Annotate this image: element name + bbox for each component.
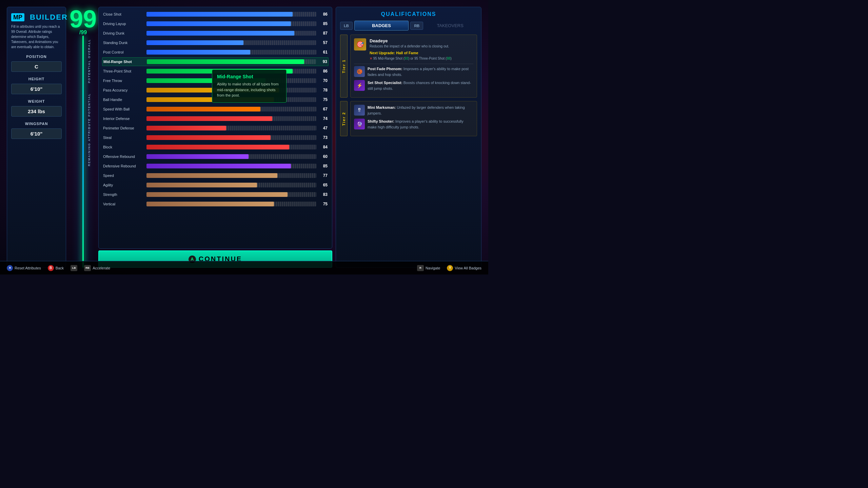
bar-fill-4 — [146, 50, 250, 55]
attribute-row-strength[interactable]: Strength 83 — [102, 190, 329, 199]
attr-bar-1 — [146, 21, 316, 26]
weight-value: 234 lbs — [11, 106, 62, 117]
tab-takeovers[interactable]: TAKEOVERS — [423, 21, 477, 30]
bar-potential-5 — [304, 59, 316, 64]
attribute-row-offensive-rebound[interactable]: Offensive Rebound 60 — [102, 152, 329, 161]
attr-value-2: 87 — [319, 31, 328, 36]
height-value: 6'10" — [11, 84, 62, 94]
bar-potential-2 — [294, 31, 316, 36]
bar-potential-16 — [291, 164, 316, 168]
bar-potential-13 — [271, 135, 316, 140]
back-action[interactable]: B Back — [48, 265, 64, 271]
bar-fill-10 — [146, 107, 260, 111]
attr-bar-19 — [146, 192, 316, 197]
shifty-shooter-row: 🔮 Shifty Shooter: Improves a player's ab… — [354, 119, 473, 130]
attr-name-18: Agility — [103, 183, 144, 187]
attribute-row-block[interactable]: Block 84 — [102, 143, 329, 151]
attr-value-9: 75 — [319, 97, 328, 102]
attr-name-17: Speed — [103, 174, 144, 178]
left-actions: ✕ Reset Attributes B Back LB RB Accelera… — [7, 265, 110, 271]
tooltip-title: Mid-Range Shot — [217, 74, 281, 79]
req2-val: 88 — [447, 57, 450, 60]
tier1-section: Tier 1 🎯 Deadeye Reduces the impact of a… — [340, 35, 477, 98]
attr-value-17: 77 — [319, 173, 328, 178]
attribute-row-close-shot[interactable]: Close Shot 86 — [102, 10, 329, 19]
accelerate-label: Accelerate — [93, 266, 110, 270]
potential-overall-label: POTENTIAL OVERALL — [87, 39, 91, 83]
attr-value-6: 86 — [319, 69, 328, 74]
view-badges-label: View All Badges — [455, 266, 481, 270]
vertical-bar-area: POTENTIAL OVERALL REMAINING ATTRIBUTE PO… — [82, 36, 84, 268]
bar-fill-16 — [146, 164, 291, 168]
r-icon: R — [417, 265, 424, 271]
tooltip-panel: Mid-Range Shot Ability to make shots of … — [212, 69, 287, 103]
attr-value-14: 84 — [319, 145, 328, 149]
bar-fill-14 — [146, 145, 289, 149]
bar-potential-4 — [250, 50, 316, 55]
attribute-row-driving-layup[interactable]: Driving Layup 85 — [102, 19, 329, 28]
lb-action[interactable]: LB — [71, 265, 77, 271]
attribute-row-defensive-rebound[interactable]: Defensive Rebound 85 — [102, 162, 329, 170]
attr-bar-13 — [146, 135, 316, 140]
attr-bar-0 — [146, 12, 316, 17]
tab-badges[interactable]: BADGES — [354, 21, 409, 30]
attribute-row-mid-range-shot[interactable]: Mid-Range Shot 93 — [102, 57, 329, 66]
attr-value-18: 65 — [319, 183, 328, 187]
y-button-icon: Y — [447, 265, 453, 271]
bar-potential-17 — [277, 173, 316, 178]
attribute-row-perimeter-defense[interactable]: Perimeter Defense 47 — [102, 124, 329, 133]
bar-fill-5 — [147, 59, 304, 64]
post-fade-name: Post Fade Phenom: — [368, 67, 402, 71]
mini-marksman-icon: 🎖 — [354, 105, 365, 116]
attribute-row-standing-dunk[interactable]: Standing Dunk 57 — [102, 38, 329, 47]
attr-name-2: Driving Dunk — [103, 31, 144, 35]
attribute-row-post-control[interactable]: Post Control 61 — [102, 48, 329, 57]
attr-bar-3 — [146, 40, 316, 45]
attribute-row-steal[interactable]: Steal 73 — [102, 133, 329, 142]
attribute-row-driving-dunk[interactable]: Driving Dunk 87 — [102, 29, 329, 38]
accelerate-action[interactable]: RB Accelerate — [84, 265, 110, 271]
reset-label: Reset Attributes — [15, 266, 41, 270]
set-shot-name: Set Shot Specialist: — [368, 81, 402, 85]
attr-bar-16 — [146, 164, 316, 168]
attr-value-5: 93 — [319, 59, 327, 64]
shifty-shooter-icon: 🔮 — [354, 119, 365, 129]
attribute-row-speed[interactable]: Speed 77 — [102, 171, 329, 180]
view-badges-action[interactable]: Y View All Badges — [447, 265, 481, 271]
bar-potential-18 — [257, 183, 316, 187]
post-fade-icon: 🏀 — [354, 66, 365, 77]
reset-action[interactable]: ✕ Reset Attributes — [7, 265, 41, 271]
attribute-row-vertical[interactable]: Vertical 75 — [102, 200, 329, 208]
navigate-action[interactable]: R Navigate — [417, 265, 440, 271]
attr-bar-20 — [146, 202, 316, 206]
attr-value-7: 70 — [319, 78, 328, 83]
attr-value-19: 83 — [319, 192, 328, 197]
tooltip-text: Ability to make shots of all types from … — [217, 81, 281, 98]
attr-name-6: Three-Point Shot — [103, 69, 144, 73]
lb-button[interactable]: LB — [340, 22, 353, 30]
x-button-icon: ✕ — [7, 265, 13, 271]
bar-potential-6 — [293, 69, 316, 74]
attr-bar-12 — [146, 126, 316, 130]
attribute-row-interior-defense[interactable]: Interior Defense 74 — [102, 114, 329, 123]
bar-potential-10 — [260, 107, 316, 111]
position-group: POSITION C — [11, 55, 62, 72]
attribute-row-speed-with-ball[interactable]: Speed With Ball 67 — [102, 105, 329, 114]
attr-name-5: Mid-Range Shot — [103, 60, 144, 64]
attr-name-12: Perimeter Defense — [103, 126, 144, 130]
wingspan-group: WINGSPAN 6'10" — [11, 122, 62, 139]
bottom-bar: ✕ Reset Attributes B Back LB RB Accelera… — [0, 261, 488, 274]
height-group: HEIGHT 6'10" — [11, 77, 62, 94]
bar-fill-0 — [146, 12, 293, 17]
rb-button[interactable]: RB — [410, 22, 423, 30]
attr-name-9: Ball Handle — [103, 98, 144, 102]
attr-name-15: Offensive Rebound — [103, 155, 144, 159]
attr-bar-4 — [146, 50, 316, 55]
attributes-area: Close Shot 86 Driving Layup 85 Driving D… — [98, 7, 332, 268]
bar-fill-12 — [146, 126, 226, 130]
bar-potential-12 — [226, 126, 316, 130]
attribute-row-agility[interactable]: Agility 65 — [102, 181, 329, 189]
req1-val: 93 — [405, 57, 408, 60]
req2-text: 95 Three-Point Shot ( — [414, 57, 447, 60]
next-upgrade-label: Next Upgrade: Hall of Fame — [370, 51, 473, 55]
